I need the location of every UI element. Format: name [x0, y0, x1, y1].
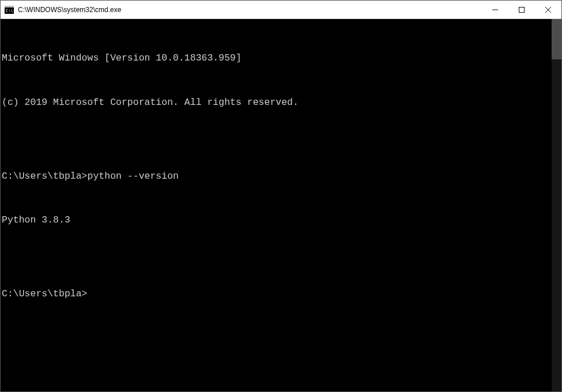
minimize-icon	[492, 7, 498, 13]
minimize-button[interactable]	[482, 1, 508, 18]
svg-rect-4	[519, 7, 525, 12]
terminal-line: Microsoft Windows [Version 10.0.18363.95…	[2, 51, 552, 66]
terminal-prompt-line: C:\Users\tbpla>	[2, 287, 552, 301]
cmd-icon: C:\	[4, 5, 14, 14]
scrollbar[interactable]	[552, 19, 561, 391]
terminal-line: (c) 2019 Microsoft Corporation. All righ…	[2, 95, 552, 110]
terminal-content[interactable]: Microsoft Windows [Version 10.0.18363.95…	[1, 19, 552, 391]
prompt-path: C:\Users\tbpla>	[2, 171, 88, 182]
cmd-window: C:\ C:\WINDOWS\system32\cmd.exe	[0, 0, 562, 392]
scrollbar-thumb[interactable]	[552, 19, 561, 59]
window-controls	[482, 1, 561, 18]
maximize-icon	[519, 7, 525, 13]
terminal-prompt-line: C:\Users\tbpla>python --version	[2, 169, 552, 184]
titlebar[interactable]: C:\ C:\WINDOWS\system32\cmd.exe	[1, 1, 561, 19]
svg-rect-1	[5, 6, 14, 7]
window-title: C:\WINDOWS\system32\cmd.exe	[18, 6, 482, 14]
close-button[interactable]	[535, 1, 561, 18]
terminal-output: Python 3.8.3	[2, 213, 552, 228]
prompt-command: python --version	[88, 171, 179, 182]
svg-text:C:\: C:\	[6, 9, 13, 13]
prompt-path: C:\Users\tbpla>	[2, 288, 88, 299]
maximize-button[interactable]	[508, 1, 535, 18]
close-icon	[545, 7, 551, 13]
terminal-area[interactable]: Microsoft Windows [Version 10.0.18363.95…	[1, 19, 561, 391]
